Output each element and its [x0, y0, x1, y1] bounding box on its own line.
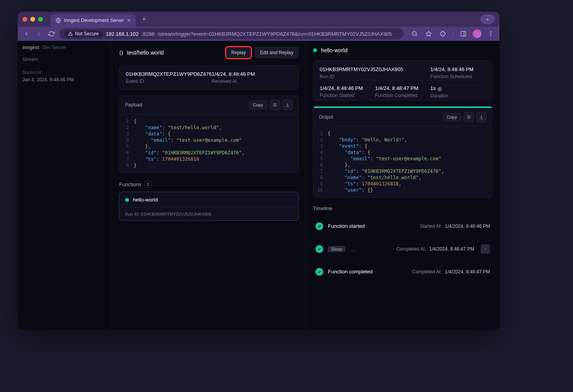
received-at: 1/4/24, 8:48:46 PM [212, 71, 292, 77]
reload-button[interactable] [47, 29, 56, 38]
timeline-title: Function started [328, 223, 365, 229]
status-dot-icon [125, 198, 129, 202]
functions-label: Functions [119, 181, 141, 187]
started-lbl: Function Started [320, 93, 375, 98]
timeline-label: Timeline [313, 205, 332, 211]
run-id-label: Run ID: [125, 212, 140, 216]
forward-button[interactable] [34, 29, 44, 38]
started-at-label: Started At [22, 70, 107, 75]
output-code[interactable]: 1{2 "body": "Hello, World!",3 "event": {… [313, 126, 492, 197]
timeline-title: Function completed [328, 269, 372, 275]
timeline-item[interactable]: Sleep...Completed At:1/4/2024, 8:48:47 P… [313, 237, 492, 261]
timeline-pill: Sleep [328, 246, 345, 252]
scheduled-lbl: Function Scheduled [430, 74, 486, 79]
browser-tab[interactable]: Inngest Development Server ✕ [51, 14, 136, 27]
event-id: 01HKB3RMQ2XTEPZ1WY9PD6Z476 [126, 71, 212, 77]
globe-icon [55, 18, 61, 23]
payload-code[interactable]: 1{2 "name": "test/hello.world",3 "data":… [120, 114, 298, 172]
status-dot-icon [313, 48, 317, 52]
output-card: Output Copy 1{2 "body": "Hello, World!",… [313, 106, 492, 198]
chevron-down-icon[interactable] [481, 244, 490, 254]
run-id-val: 01HKB3RMRTMY02VJ5Z0JHAX905 [320, 66, 430, 72]
security-indicator[interactable]: Not Secure [64, 30, 103, 37]
menu-icon[interactable] [486, 29, 496, 38]
url-host: 192.168.1.102 [106, 31, 138, 37]
back-button[interactable] [22, 29, 31, 38]
wrap-icon[interactable] [464, 112, 474, 122]
edit-replay-button[interactable]: Edit and Replay [255, 47, 298, 58]
svg-rect-3 [461, 31, 466, 36]
warning-icon [68, 31, 73, 36]
tab-title: Inngest Development Server [64, 18, 124, 23]
sidepanel-icon[interactable] [459, 29, 468, 38]
payload-card: Payload Copy 1{2 "name": "test/hello.wor… [119, 95, 298, 173]
output-label: Output [319, 114, 333, 120]
extensions-icon[interactable] [438, 29, 448, 38]
run-id: 01HKB3RMRTMY02VJ5Z0JHAX905 [141, 212, 212, 216]
timeline-list: Function startedStarted At:1/4/2024, 8:4… [313, 215, 492, 283]
sidebar-nav-stream[interactable]: Stream [22, 57, 38, 62]
event-title: test/hello.world [127, 49, 164, 56]
replay-button[interactable]: Replay [226, 47, 251, 58]
app-sidebar: inngest Dev Server Stream Started At Jan… [18, 41, 112, 330]
timeline-meta-value: 1/4/2024, 8:48:47 PM [445, 269, 490, 275]
wrap-icon[interactable] [270, 100, 280, 110]
download-icon[interactable] [282, 100, 293, 110]
brand: inngest Dev Server [22, 45, 107, 50]
window-close-icon[interactable] [22, 17, 27, 22]
timeline-meta-value: 1/4/2024, 8:48:47 PM [429, 246, 474, 252]
event-id-label: Event ID [126, 79, 212, 84]
functions-count: 1 [144, 181, 151, 188]
event-info-card: 01HKB3RMQ2XTEPZ1WY9PD6Z476 Event ID 1/4/… [119, 65, 298, 90]
timeline-item[interactable]: Function completedCompleted At:1/4/2024,… [313, 261, 492, 283]
incognito-icon[interactable] [481, 15, 495, 24]
copy-output-button[interactable]: Copy [442, 113, 461, 121]
timeline-item[interactable]: Function startedStarted At:1/4/2024, 8:4… [313, 215, 492, 237]
run-panel: hello-world 01HKB3RMRTMY02VJ5Z0JHAX905 R… [306, 41, 499, 330]
check-icon [315, 245, 323, 253]
browser-address-bar: Not Secure 192.168.1.102:8288/stream/tri… [18, 27, 499, 41]
function-card[interactable]: hello-world Run ID: 01HKB3RMRTMY02VJ5Z0J… [119, 192, 298, 221]
download-icon[interactable] [476, 112, 486, 122]
duration-val: 1si [430, 85, 486, 92]
timeline-meta-value: 1/4/2024, 8:48:46 PM [445, 223, 490, 229]
window-minimize-icon[interactable] [30, 17, 35, 22]
received-at-label: Received At [212, 79, 292, 84]
check-icon [315, 222, 323, 230]
event-panel: ⟨⟩ test/hello.world Replay Edit and Repl… [112, 41, 306, 330]
timeline-meta-label: Completed At: [412, 269, 442, 275]
run-title: hello-world [321, 47, 348, 53]
payload-label: Payload [125, 102, 142, 108]
started-val: 1/4/24, 8:48:46 PM [320, 85, 375, 91]
svg-point-5 [490, 33, 492, 35]
function-name: hello-world [133, 197, 158, 203]
copy-payload-button[interactable]: Copy [249, 101, 267, 109]
timeline-meta-label: Completed At: [396, 246, 426, 252]
star-icon[interactable] [424, 29, 433, 38]
run-info-card: 01HKB3RMRTMY02VJ5Z0JHAX905 Run ID 1/4/24… [313, 60, 492, 101]
window-maximize-icon[interactable] [38, 17, 43, 22]
new-tab-button[interactable]: + [142, 15, 146, 24]
profile-avatar[interactable] [473, 29, 481, 38]
browser-titlebar: Inngest Development Server ✕ + [18, 12, 499, 27]
timeline-meta-label: Started At: [420, 223, 442, 229]
duration-lbl: Duration [430, 93, 486, 99]
started-at-value: Jan 4, 2024, 8:48:46 PM [22, 77, 107, 82]
svg-marker-2 [426, 31, 431, 36]
check-icon [315, 268, 323, 276]
run-id-lbl: Run ID [320, 74, 430, 79]
svg-point-4 [490, 31, 492, 33]
completed-lbl: Function Completed [375, 93, 431, 98]
close-icon[interactable]: ✕ [127, 18, 131, 23]
completed-val: 1/4/24, 8:48:47 PM [375, 85, 431, 91]
info-icon[interactable]: i [437, 87, 442, 92]
url-input[interactable]: Not Secure 192.168.1.102:8288/stream/tri… [59, 28, 403, 39]
zoom-icon[interactable] [410, 29, 419, 38]
url-path: /stream/trigger?event=01HKB3RMQ2XTEPZ1WY… [158, 31, 392, 37]
svg-point-6 [490, 35, 492, 36]
ellipsis-icon: ... [350, 246, 355, 252]
url-port: :8288 [142, 31, 155, 37]
scheduled-val: 1/4/24, 8:48:46 PM [430, 66, 486, 72]
event-icon: ⟨⟩ [119, 49, 123, 56]
